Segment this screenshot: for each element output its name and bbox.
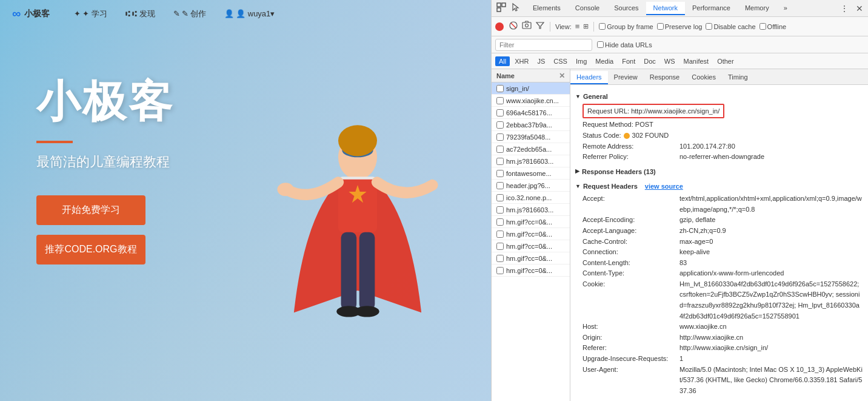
list-item[interactable]: ac72edcb65a... bbox=[492, 143, 570, 155]
list-item[interactable]: fontawesome... bbox=[492, 167, 570, 180]
checkbox[interactable] bbox=[496, 206, 504, 214]
checkbox[interactable] bbox=[496, 182, 504, 189]
filter-input[interactable] bbox=[495, 39, 592, 51]
website-panel: ∞ 小极客 ✦ ✦ 学习 ⑆ ⑆ 发现 ✎ ✎ 创作 👤 👤 wuya1▾ 小极… bbox=[0, 0, 491, 401]
type-other[interactable]: Other bbox=[713, 56, 738, 66]
accept-value: text/html,application/xhtml+xml,applicat… bbox=[679, 194, 863, 215]
list-item[interactable]: 2ebbac37b9a... bbox=[492, 119, 570, 131]
tab-timing[interactable]: Timing bbox=[722, 71, 754, 84]
checkbox[interactable] bbox=[496, 133, 504, 141]
logo-icon: ∞ bbox=[12, 7, 21, 21]
checkbox[interactable] bbox=[496, 255, 504, 262]
list-item[interactable]: 79239fa5048... bbox=[492, 131, 570, 143]
general-section-header[interactable]: ▼ General bbox=[575, 91, 863, 103]
tab-headers[interactable]: Headers bbox=[570, 71, 608, 84]
network-item-sign-in[interactable]: sign_in/ bbox=[492, 83, 570, 95]
connection-row: Connection: keep-alive bbox=[575, 247, 863, 258]
list-item[interactable]: www.xiaojike.cn... bbox=[492, 95, 570, 107]
devtools-inspect-icon[interactable] bbox=[496, 2, 506, 14]
devtools-tabs: Elements Console Sources Network Perform… bbox=[526, 2, 795, 15]
checkbox[interactable] bbox=[496, 267, 504, 274]
checkbox[interactable] bbox=[496, 218, 504, 226]
more-tools-icon[interactable]: ⋮ bbox=[840, 4, 849, 13]
screenshot-icon[interactable] bbox=[522, 21, 532, 32]
close-devtools-icon[interactable]: ✕ bbox=[856, 4, 863, 13]
type-css[interactable]: CSS bbox=[550, 56, 571, 66]
checkbox[interactable] bbox=[496, 170, 504, 177]
type-media[interactable]: Media bbox=[592, 56, 617, 66]
tab-memory[interactable]: Memory bbox=[738, 2, 776, 15]
request-url-value: http://www.xiaojike.cn/sign_in/ bbox=[631, 107, 719, 115]
nav-discover[interactable]: ⑆ ⑆ 发现 bbox=[125, 8, 155, 19]
origin-row: Origin: http://www.xiaojike.cn bbox=[575, 332, 863, 343]
view-source-link[interactable]: view source bbox=[645, 181, 683, 192]
request-headers-section-header[interactable]: ▼ Request Headers view source bbox=[575, 181, 863, 192]
nav-user[interactable]: 👤 👤 wuya1▾ bbox=[224, 8, 275, 19]
type-xhr[interactable]: XHR bbox=[511, 56, 532, 66]
preserve-log-label[interactable]: Preserve log bbox=[657, 23, 703, 30]
tab-response[interactable]: Response bbox=[644, 71, 686, 84]
list-item[interactable]: hm.gif?cc=0&... bbox=[492, 216, 570, 228]
nav-create[interactable]: ✎ ✎ 创作 bbox=[173, 8, 207, 19]
nav-learn[interactable]: ✦ ✦ 学习 bbox=[74, 8, 107, 19]
view-list-icon[interactable]: ≡ bbox=[575, 22, 580, 31]
start-learning-button[interactable]: 开始免费学习 bbox=[36, 195, 145, 225]
list-item[interactable]: ico.32.none.p... bbox=[492, 192, 570, 204]
hide-data-urls-label[interactable]: Hide data URLs bbox=[597, 41, 652, 49]
clear-button[interactable] bbox=[509, 21, 518, 32]
type-img[interactable]: Img bbox=[572, 56, 590, 66]
details-content: ▼ General Request URL: http://www.xiaoji… bbox=[570, 85, 868, 401]
devtools-cursor-icon[interactable] bbox=[511, 2, 521, 14]
list-item[interactable]: 696a4c58176... bbox=[492, 107, 570, 119]
type-js[interactable]: JS bbox=[533, 56, 549, 66]
record-button[interactable] bbox=[495, 22, 504, 31]
tab-preview[interactable]: Preview bbox=[608, 71, 644, 84]
list-item[interactable]: hm.js?816603... bbox=[492, 204, 570, 216]
checkbox[interactable] bbox=[496, 194, 504, 201]
upgrade-label: Upgrade-Insecure-Requests: bbox=[583, 354, 679, 365]
list-item[interactable]: hm.gif?cc=0&... bbox=[492, 240, 570, 252]
checkbox[interactable] bbox=[496, 109, 504, 116]
list-item[interactable]: hm.gif?cc=0&... bbox=[492, 265, 570, 277]
type-all[interactable]: All bbox=[495, 56, 510, 66]
list-item[interactable]: hm.gif?cc=0&... bbox=[492, 228, 570, 240]
cookie-row: Cookie: Hm_lvt_81660330a4f2db63df01c49d6… bbox=[575, 279, 863, 322]
checkbox[interactable] bbox=[496, 97, 504, 104]
recommend-code-button[interactable]: 推荐CODE.ORG教程 bbox=[36, 235, 145, 265]
filter-icon[interactable] bbox=[535, 21, 545, 32]
type-doc[interactable]: Doc bbox=[640, 56, 659, 66]
tab-network[interactable]: Network bbox=[646, 2, 685, 15]
checkbox[interactable] bbox=[496, 146, 504, 153]
svg-point-2 bbox=[338, 125, 377, 156]
status-dot-icon bbox=[624, 133, 630, 139]
close-list-icon[interactable]: ✕ bbox=[559, 72, 565, 80]
checkbox[interactable] bbox=[496, 243, 504, 250]
list-item[interactable]: hm.js?816603... bbox=[492, 155, 570, 167]
referrer-policy-value: no-referrer-when-downgrade bbox=[679, 152, 764, 163]
type-manifest[interactable]: Manifest bbox=[680, 56, 713, 66]
offline-label[interactable]: Offline bbox=[760, 23, 787, 30]
logo[interactable]: ∞ 小极客 bbox=[12, 7, 50, 21]
view-grid-icon[interactable]: ⊞ bbox=[583, 22, 589, 30]
type-ws[interactable]: WS bbox=[661, 56, 679, 66]
tab-performance[interactable]: Performance bbox=[685, 2, 738, 15]
origin-value: http://www.xiaojike.cn bbox=[679, 332, 743, 343]
network-item-checkbox[interactable] bbox=[496, 85, 504, 92]
tab-sources[interactable]: Sources bbox=[607, 2, 646, 15]
tab-more[interactable]: » bbox=[776, 2, 795, 15]
user-agent-value: Mozilla/5.0 (Macintosh; Intel Mac OS X 1… bbox=[679, 365, 863, 397]
tab-elements[interactable]: Elements bbox=[526, 2, 568, 15]
tab-console[interactable]: Console bbox=[568, 2, 607, 15]
response-headers-section-header[interactable]: ▶ Response Headers (13) bbox=[575, 166, 863, 178]
request-url-label: Request URL: bbox=[587, 107, 629, 115]
type-font[interactable]: Font bbox=[618, 56, 639, 66]
list-item[interactable]: header.jpg?6... bbox=[492, 180, 570, 192]
list-item[interactable]: hm.gif?cc=0&... bbox=[492, 252, 570, 265]
checkbox[interactable] bbox=[496, 121, 504, 129]
checkbox[interactable] bbox=[496, 231, 504, 238]
tab-cookies[interactable]: Cookies bbox=[686, 71, 722, 84]
disable-cache-label[interactable]: Disable cache bbox=[706, 23, 755, 30]
checkbox[interactable] bbox=[496, 158, 504, 165]
group-by-frame-label[interactable]: Group by frame bbox=[599, 23, 653, 30]
accept-language-value: zh-CN,zh;q=0.9 bbox=[679, 226, 726, 237]
